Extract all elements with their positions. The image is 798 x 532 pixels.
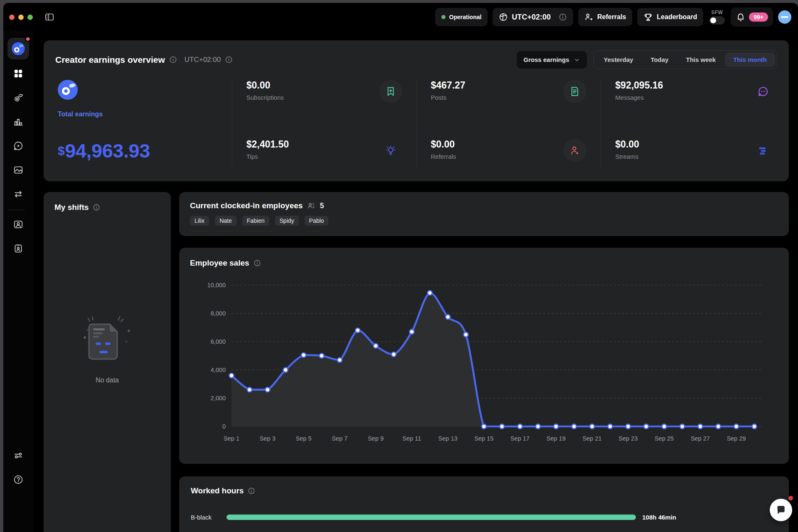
timezone-label: UTC+02:00 bbox=[512, 13, 551, 22]
clocked-in-title: Current clocked-in employees bbox=[190, 201, 303, 210]
employee-chips: LilixNateFabienSpidyPablo bbox=[190, 216, 778, 226]
worked-hours-info-icon[interactable] bbox=[248, 487, 255, 495]
overview-info-icon[interactable] bbox=[169, 56, 177, 64]
svg-text:Sep 9: Sep 9 bbox=[368, 435, 384, 442]
tab-this-week[interactable]: This week bbox=[677, 52, 724, 67]
app-logo-icon bbox=[11, 42, 25, 56]
timezone-info-icon[interactable] bbox=[559, 13, 567, 21]
people-icon bbox=[307, 202, 315, 210]
employee-sales-info-icon[interactable] bbox=[254, 259, 261, 267]
id-badge-icon bbox=[13, 243, 24, 254]
close-window-button[interactable] bbox=[9, 15, 15, 20]
svg-text:Sep 7: Sep 7 bbox=[332, 435, 347, 442]
zoom-window-button[interactable] bbox=[27, 15, 33, 20]
svg-text:Sep 13: Sep 13 bbox=[438, 435, 458, 442]
sidebar-item-bar-chart[interactable] bbox=[8, 112, 28, 132]
post-note-icon bbox=[563, 80, 586, 103]
svg-text:Sep 17: Sep 17 bbox=[510, 435, 530, 442]
sliders-icon bbox=[13, 450, 24, 461]
profile-card-icon bbox=[13, 219, 24, 230]
svg-text:Sep 23: Sep 23 bbox=[618, 435, 638, 442]
employee-chip: Lilix bbox=[190, 216, 209, 226]
notifications-button[interactable]: 99+ bbox=[731, 7, 773, 27]
referrals-button[interactable]: Referrals bbox=[578, 8, 632, 26]
metric-label: Posts bbox=[431, 94, 466, 101]
sidebar-item-comet[interactable] bbox=[8, 88, 28, 108]
svg-text:0: 0 bbox=[222, 423, 226, 430]
sidebar-toggle-icon[interactable] bbox=[44, 12, 54, 22]
tab-this-month[interactable]: This month bbox=[725, 52, 775, 67]
date-range-tabs: YesterdayTodayThis weekThis month bbox=[594, 50, 777, 69]
tab-yesterday[interactable]: Yesterday bbox=[596, 52, 642, 67]
worked-hours-card: Worked hours B-black108h 46min bbox=[179, 476, 789, 532]
sidebar-item-id-badge[interactable] bbox=[8, 239, 28, 259]
earnings-type-value: Gross earnings bbox=[523, 56, 569, 63]
total-earnings-section: Total earnings $94,963.93 bbox=[44, 78, 232, 166]
svg-text:Sep 25: Sep 25 bbox=[655, 435, 674, 442]
svg-text:Sep 29: Sep 29 bbox=[727, 435, 746, 442]
employee-chip: Nate bbox=[215, 216, 236, 226]
referrals-label: Referrals bbox=[597, 13, 626, 21]
image-icon bbox=[13, 165, 24, 175]
metric-label: Subscriptions bbox=[246, 94, 284, 101]
page-title: Creator earnings overview bbox=[55, 55, 165, 65]
employee-chip: Pablo bbox=[305, 216, 329, 226]
bookmark-plus-icon bbox=[379, 80, 402, 103]
chat-widget-button[interactable] bbox=[770, 499, 792, 521]
employee-sales-card: Employee sales 02,0004,0006,0008,00010,0… bbox=[179, 248, 789, 464]
earnings-type-select[interactable]: Gross earnings bbox=[517, 51, 586, 69]
overview-timezone-info-icon[interactable] bbox=[225, 56, 233, 64]
metric-value: $0.00 bbox=[615, 139, 639, 150]
status-label: Operational bbox=[449, 14, 482, 20]
comet-icon bbox=[13, 92, 24, 103]
sidebar-item-help[interactable] bbox=[8, 470, 28, 490]
worked-hours-time: 108h 46min bbox=[642, 514, 676, 521]
sfw-toggle[interactable] bbox=[709, 16, 725, 25]
metric-value: $0.00 bbox=[246, 80, 284, 91]
sidebar-item-chat-sparkle[interactable] bbox=[8, 136, 28, 156]
bell-icon bbox=[736, 12, 746, 22]
total-earnings-label: Total earnings bbox=[58, 111, 218, 118]
timezone-button[interactable]: UTC+02:00 bbox=[493, 8, 573, 26]
svg-text:8,000: 8,000 bbox=[211, 310, 226, 317]
worked-hours-employee-label: B-black bbox=[191, 514, 227, 521]
sidebar-item-dashboard-grid[interactable] bbox=[8, 64, 28, 84]
sales-line-chart: 02,0004,0006,0008,00010,000Sep 1Sep 3Sep… bbox=[190, 273, 778, 449]
notification-dot bbox=[25, 36, 31, 42]
app-window: Operational UTC+02:00 Referrals bbox=[3, 3, 798, 532]
minimize-window-button[interactable] bbox=[18, 15, 24, 20]
metrics-column-3: $92,095.16Messages$0.00Streams bbox=[601, 78, 789, 166]
employee-sales-title: Employee sales bbox=[190, 259, 249, 268]
sidebar-item-swap-arrows[interactable] bbox=[8, 184, 28, 204]
sfw-label: SFW bbox=[711, 10, 723, 15]
metric-streams: $0.00Streams bbox=[615, 139, 775, 162]
svg-text:4,000: 4,000 bbox=[211, 367, 226, 373]
svg-text:Sep 5: Sep 5 bbox=[296, 435, 312, 442]
svg-text:Sep 3: Sep 3 bbox=[260, 435, 276, 442]
metric-messages: $92,095.16Messages bbox=[615, 80, 775, 103]
sidebar-item-image[interactable] bbox=[8, 160, 28, 180]
sidebar-item-profile-card[interactable] bbox=[8, 214, 28, 234]
window-controls bbox=[9, 15, 33, 20]
metrics-column-1: $0.00Subscriptions$2,401.50Tips bbox=[232, 78, 416, 166]
notification-count-badge: 99+ bbox=[749, 12, 768, 22]
titlebar-actions: Operational UTC+02:00 Referrals bbox=[435, 7, 798, 27]
leaderboard-button[interactable]: Leaderboard bbox=[637, 8, 703, 26]
employee-chip: Fabien bbox=[242, 216, 269, 226]
referral-arrow-person-icon bbox=[584, 12, 594, 22]
metric-value: $2,401.50 bbox=[246, 139, 289, 150]
right-column: Current clocked-in employees 5 LilixNate… bbox=[179, 192, 789, 532]
my-shifts-info-icon[interactable] bbox=[93, 204, 100, 211]
chat-bubble-icon bbox=[776, 505, 786, 515]
employee-chip: Spidy bbox=[275, 216, 299, 226]
referral-person-icon bbox=[563, 139, 586, 162]
avatar[interactable] bbox=[778, 10, 791, 24]
sidebar-item-sliders[interactable] bbox=[8, 446, 28, 466]
tab-today[interactable]: Today bbox=[642, 52, 677, 67]
leaderboard-label: Leaderboard bbox=[657, 13, 697, 21]
status-badge[interactable]: Operational bbox=[435, 8, 488, 26]
sidebar-item-home[interactable] bbox=[7, 38, 29, 59]
dashboard-grid-icon bbox=[13, 68, 24, 79]
status-dot bbox=[441, 15, 446, 19]
swap-arrows-icon bbox=[13, 189, 24, 200]
